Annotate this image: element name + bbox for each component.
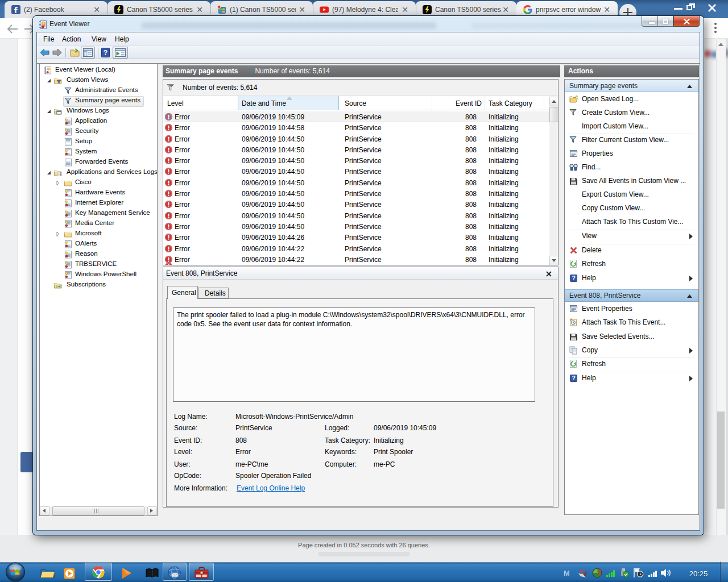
svg-text:?: ? [104, 49, 107, 57]
